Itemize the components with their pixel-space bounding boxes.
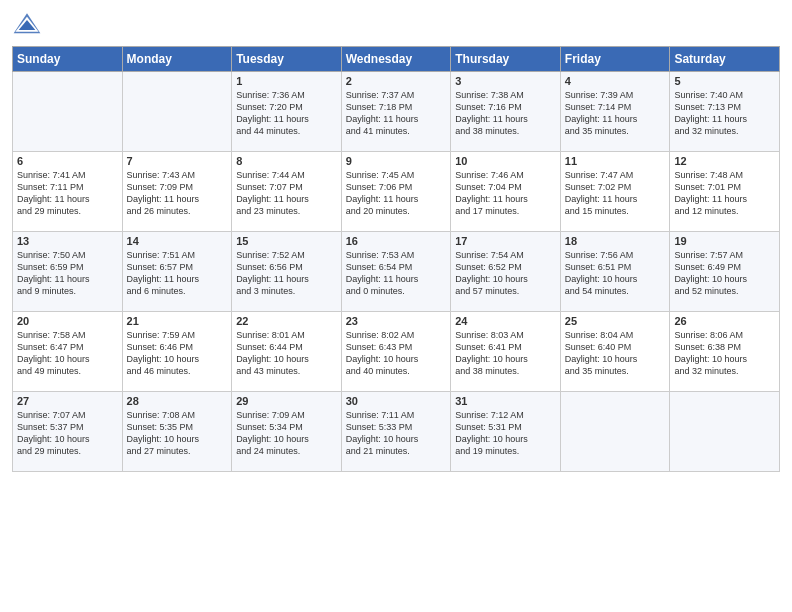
calendar-cell: 12Sunrise: 7:48 AMSunset: 7:01 PMDayligh… xyxy=(670,152,780,232)
day-info: Sunrise: 7:46 AMSunset: 7:04 PMDaylight:… xyxy=(455,169,556,218)
column-header-sunday: Sunday xyxy=(13,47,123,72)
day-info: Sunrise: 7:08 AMSunset: 5:35 PMDaylight:… xyxy=(127,409,228,458)
calendar-cell xyxy=(670,392,780,472)
day-info: Sunrise: 8:04 AMSunset: 6:40 PMDaylight:… xyxy=(565,329,666,378)
day-info: Sunrise: 7:48 AMSunset: 7:01 PMDaylight:… xyxy=(674,169,775,218)
column-header-tuesday: Tuesday xyxy=(232,47,342,72)
day-number: 25 xyxy=(565,315,666,327)
day-number: 13 xyxy=(17,235,118,247)
calendar-cell: 9Sunrise: 7:45 AMSunset: 7:06 PMDaylight… xyxy=(341,152,451,232)
calendar-cell: 27Sunrise: 7:07 AMSunset: 5:37 PMDayligh… xyxy=(13,392,123,472)
day-info: Sunrise: 7:56 AMSunset: 6:51 PMDaylight:… xyxy=(565,249,666,298)
calendar-cell: 23Sunrise: 8:02 AMSunset: 6:43 PMDayligh… xyxy=(341,312,451,392)
calendar-cell: 16Sunrise: 7:53 AMSunset: 6:54 PMDayligh… xyxy=(341,232,451,312)
calendar-cell: 19Sunrise: 7:57 AMSunset: 6:49 PMDayligh… xyxy=(670,232,780,312)
day-number: 30 xyxy=(346,395,447,407)
calendar-week-5: 27Sunrise: 7:07 AMSunset: 5:37 PMDayligh… xyxy=(13,392,780,472)
day-number: 23 xyxy=(346,315,447,327)
day-number: 10 xyxy=(455,155,556,167)
page-container: SundayMondayTuesdayWednesdayThursdayFrid… xyxy=(0,0,792,482)
column-header-thursday: Thursday xyxy=(451,47,561,72)
day-number: 31 xyxy=(455,395,556,407)
day-info: Sunrise: 7:09 AMSunset: 5:34 PMDaylight:… xyxy=(236,409,337,458)
calendar-cell xyxy=(13,72,123,152)
calendar-cell xyxy=(122,72,232,152)
day-info: Sunrise: 7:57 AMSunset: 6:49 PMDaylight:… xyxy=(674,249,775,298)
day-info: Sunrise: 7:37 AMSunset: 7:18 PMDaylight:… xyxy=(346,89,447,138)
day-number: 19 xyxy=(674,235,775,247)
logo-icon xyxy=(12,10,42,40)
column-header-saturday: Saturday xyxy=(670,47,780,72)
day-number: 12 xyxy=(674,155,775,167)
day-info: Sunrise: 8:02 AMSunset: 6:43 PMDaylight:… xyxy=(346,329,447,378)
day-info: Sunrise: 7:47 AMSunset: 7:02 PMDaylight:… xyxy=(565,169,666,218)
calendar-cell: 3Sunrise: 7:38 AMSunset: 7:16 PMDaylight… xyxy=(451,72,561,152)
calendar-cell: 17Sunrise: 7:54 AMSunset: 6:52 PMDayligh… xyxy=(451,232,561,312)
calendar-table: SundayMondayTuesdayWednesdayThursdayFrid… xyxy=(12,46,780,472)
day-number: 3 xyxy=(455,75,556,87)
day-number: 4 xyxy=(565,75,666,87)
day-number: 1 xyxy=(236,75,337,87)
calendar-cell: 13Sunrise: 7:50 AMSunset: 6:59 PMDayligh… xyxy=(13,232,123,312)
calendar-cell: 15Sunrise: 7:52 AMSunset: 6:56 PMDayligh… xyxy=(232,232,342,312)
calendar-cell: 14Sunrise: 7:51 AMSunset: 6:57 PMDayligh… xyxy=(122,232,232,312)
day-info: Sunrise: 7:45 AMSunset: 7:06 PMDaylight:… xyxy=(346,169,447,218)
calendar-cell: 5Sunrise: 7:40 AMSunset: 7:13 PMDaylight… xyxy=(670,72,780,152)
calendar-cell: 25Sunrise: 8:04 AMSunset: 6:40 PMDayligh… xyxy=(560,312,670,392)
day-info: Sunrise: 7:41 AMSunset: 7:11 PMDaylight:… xyxy=(17,169,118,218)
day-info: Sunrise: 8:03 AMSunset: 6:41 PMDaylight:… xyxy=(455,329,556,378)
calendar-week-1: 1Sunrise: 7:36 AMSunset: 7:20 PMDaylight… xyxy=(13,72,780,152)
day-info: Sunrise: 7:39 AMSunset: 7:14 PMDaylight:… xyxy=(565,89,666,138)
day-number: 22 xyxy=(236,315,337,327)
column-header-monday: Monday xyxy=(122,47,232,72)
day-number: 28 xyxy=(127,395,228,407)
day-info: Sunrise: 7:51 AMSunset: 6:57 PMDaylight:… xyxy=(127,249,228,298)
calendar-week-4: 20Sunrise: 7:58 AMSunset: 6:47 PMDayligh… xyxy=(13,312,780,392)
day-info: Sunrise: 7:58 AMSunset: 6:47 PMDaylight:… xyxy=(17,329,118,378)
day-number: 2 xyxy=(346,75,447,87)
calendar-cell xyxy=(560,392,670,472)
calendar-cell: 22Sunrise: 8:01 AMSunset: 6:44 PMDayligh… xyxy=(232,312,342,392)
calendar-cell: 6Sunrise: 7:41 AMSunset: 7:11 PMDaylight… xyxy=(13,152,123,232)
day-info: Sunrise: 7:52 AMSunset: 6:56 PMDaylight:… xyxy=(236,249,337,298)
day-number: 7 xyxy=(127,155,228,167)
day-info: Sunrise: 7:07 AMSunset: 5:37 PMDaylight:… xyxy=(17,409,118,458)
day-number: 5 xyxy=(674,75,775,87)
day-info: Sunrise: 7:44 AMSunset: 7:07 PMDaylight:… xyxy=(236,169,337,218)
day-info: Sunrise: 8:06 AMSunset: 6:38 PMDaylight:… xyxy=(674,329,775,378)
day-number: 14 xyxy=(127,235,228,247)
calendar-cell: 7Sunrise: 7:43 AMSunset: 7:09 PMDaylight… xyxy=(122,152,232,232)
logo xyxy=(12,10,46,40)
day-number: 27 xyxy=(17,395,118,407)
calendar-week-3: 13Sunrise: 7:50 AMSunset: 6:59 PMDayligh… xyxy=(13,232,780,312)
calendar-cell: 30Sunrise: 7:11 AMSunset: 5:33 PMDayligh… xyxy=(341,392,451,472)
calendar-cell: 1Sunrise: 7:36 AMSunset: 7:20 PMDaylight… xyxy=(232,72,342,152)
calendar-cell: 2Sunrise: 7:37 AMSunset: 7:18 PMDaylight… xyxy=(341,72,451,152)
day-number: 11 xyxy=(565,155,666,167)
day-info: Sunrise: 7:12 AMSunset: 5:31 PMDaylight:… xyxy=(455,409,556,458)
day-number: 26 xyxy=(674,315,775,327)
calendar-cell: 11Sunrise: 7:47 AMSunset: 7:02 PMDayligh… xyxy=(560,152,670,232)
day-info: Sunrise: 7:50 AMSunset: 6:59 PMDaylight:… xyxy=(17,249,118,298)
day-number: 9 xyxy=(346,155,447,167)
day-number: 17 xyxy=(455,235,556,247)
day-number: 18 xyxy=(565,235,666,247)
day-info: Sunrise: 7:59 AMSunset: 6:46 PMDaylight:… xyxy=(127,329,228,378)
day-number: 29 xyxy=(236,395,337,407)
day-number: 16 xyxy=(346,235,447,247)
calendar-cell: 4Sunrise: 7:39 AMSunset: 7:14 PMDaylight… xyxy=(560,72,670,152)
calendar-cell: 31Sunrise: 7:12 AMSunset: 5:31 PMDayligh… xyxy=(451,392,561,472)
calendar-cell: 18Sunrise: 7:56 AMSunset: 6:51 PMDayligh… xyxy=(560,232,670,312)
day-info: Sunrise: 7:40 AMSunset: 7:13 PMDaylight:… xyxy=(674,89,775,138)
calendar-cell: 29Sunrise: 7:09 AMSunset: 5:34 PMDayligh… xyxy=(232,392,342,472)
calendar-cell: 8Sunrise: 7:44 AMSunset: 7:07 PMDaylight… xyxy=(232,152,342,232)
day-info: Sunrise: 7:43 AMSunset: 7:09 PMDaylight:… xyxy=(127,169,228,218)
day-number: 21 xyxy=(127,315,228,327)
calendar-cell: 24Sunrise: 8:03 AMSunset: 6:41 PMDayligh… xyxy=(451,312,561,392)
column-header-wednesday: Wednesday xyxy=(341,47,451,72)
calendar-week-2: 6Sunrise: 7:41 AMSunset: 7:11 PMDaylight… xyxy=(13,152,780,232)
day-number: 8 xyxy=(236,155,337,167)
calendar-cell: 20Sunrise: 7:58 AMSunset: 6:47 PMDayligh… xyxy=(13,312,123,392)
day-number: 15 xyxy=(236,235,337,247)
day-number: 20 xyxy=(17,315,118,327)
